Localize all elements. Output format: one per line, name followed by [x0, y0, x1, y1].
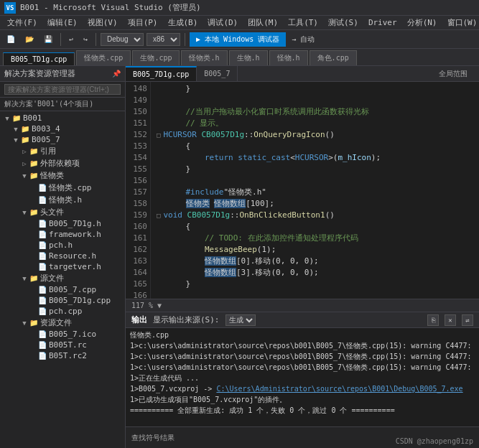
tree-node-16[interactable]: 📄B005_7D1g.cpp — [0, 295, 125, 306]
toolbar-btn-new[interactable]: 📄 — [3, 33, 19, 45]
tree-label-11: pch.h — [49, 241, 73, 250]
tree-node-10[interactable]: 📄framework.h — [0, 229, 125, 240]
code-line-12: { — [157, 221, 473, 233]
code-line-5: { — [157, 141, 473, 152]
menu-item-N[interactable]: 分析(N) — [403, 17, 442, 29]
code-text-12: { — [167, 221, 190, 233]
output-line-7: ========== 全部重新生成: 成功 1 个，失败 0 个，跳过 0 个 … — [130, 405, 475, 416]
tree-label-0: B001 — [23, 113, 42, 123]
menu-item-E[interactable]: 编辑(E) — [43, 17, 82, 29]
line-num-7: 155 — [129, 164, 147, 175]
tree-icon-16: 📄 — [37, 297, 47, 304]
file-tab-2[interactable]: 生物.cpp — [132, 50, 180, 65]
menu-item-V[interactable]: 视图(V) — [83, 17, 122, 29]
tree-node-20[interactable]: 📄B005T.rc — [0, 340, 125, 350]
code-tab-1[interactable]: B005_7 — [197, 66, 238, 82]
code-tab-bar: B005_7D1g.cppB005_7全局范围 — [126, 66, 479, 82]
tree-node-17[interactable]: 📄pch.cpp — [0, 306, 125, 317]
zoom-level[interactable]: 117 % ▼ — [131, 302, 162, 309]
tree-node-4[interactable]: ▷📁外部依赖项 — [0, 157, 125, 169]
output-source-select[interactable]: 生成 — [225, 314, 256, 326]
fold-icon-4[interactable]: □ — [157, 129, 160, 141]
output-clear-btn[interactable]: ✕ — [445, 314, 456, 326]
tree-node-0[interactable]: ▼📁B001 — [0, 113, 125, 123]
toolbar: 📄 📂 💾 ↩ ↪ Debug x86 ▶ 本地 Windows 调试器 → 自… — [0, 30, 479, 49]
line-num-1: 149 — [129, 95, 147, 106]
toolbar-btn-save[interactable]: 💾 — [40, 33, 56, 45]
tree-node-18[interactable]: ▼📁资源文件 — [0, 317, 125, 329]
file-tab-0[interactable]: B005_TD1g.cpp — [3, 52, 75, 65]
code-line-11: □void CB0057D1g::OnBnClickedButton1() — [157, 210, 473, 221]
tree-icon-12: 📄 — [37, 252, 47, 260]
tree-label-10: framework.h — [49, 230, 101, 239]
line-num-10: 158 — [129, 198, 147, 210]
tree-label-14: 源文件 — [40, 273, 64, 284]
code-line-17: } — [157, 279, 473, 290]
code-line-18 — [157, 290, 473, 299]
output-line-0: 怪物类.cpp — [130, 330, 475, 340]
file-tab-6[interactable]: 角色.cpp — [310, 50, 357, 65]
platform-dropdown[interactable]: x86 — [147, 33, 180, 46]
run-button[interactable]: ▶ 本地 Windows 调试器 — [190, 32, 286, 47]
se-pin-icon[interactable]: 📌 — [112, 70, 121, 78]
tree-node-6[interactable]: 📄怪物类.cpp — [0, 182, 125, 194]
tree-node-1[interactable]: ▼📁B003_4 — [0, 123, 125, 134]
menu-item-Driver[interactable]: Driver — [364, 17, 401, 28]
menu-item-S[interactable]: 测试(S) — [324, 17, 363, 29]
output-link-5[interactable]: C:\Users\Administrator\source\repos\B001… — [216, 385, 462, 393]
menu-item-M[interactable]: 团队(M) — [243, 17, 282, 29]
se-search-input[interactable] — [4, 84, 121, 95]
toolbar-btn-open[interactable]: 📂 — [22, 33, 37, 45]
file-tab-3[interactable]: 怪物类.h — [181, 50, 227, 65]
code-text-6: return static_cast<HCURSOR>(m_hIcon); — [167, 152, 381, 164]
menu-item-W[interactable]: 窗口(W) — [443, 17, 480, 29]
tree-icon-4: 📁 — [29, 159, 39, 167]
config-dropdown[interactable]: Debug — [101, 33, 144, 46]
tree-icon-1: 📁 — [20, 125, 30, 133]
code-tab-0[interactable]: B005_7D1g.cpp — [126, 66, 197, 82]
tree-node-12[interactable]: 📄Resource.h — [0, 251, 125, 261]
toolbar-btn-redo[interactable]: ↪ — [80, 33, 91, 45]
output-line-3: 1>c:\users\administrator\source\repos\b0… — [130, 362, 475, 373]
menu-item-T[interactable]: 工具(T) — [284, 17, 322, 29]
tree-node-3[interactable]: ▷📁引用 — [0, 145, 125, 157]
line-num-14: 162 — [129, 244, 147, 256]
tree-arrow-5: ▼ — [20, 172, 29, 179]
tree-label-18: 资源文件 — [40, 317, 72, 328]
menu-item-P[interactable]: 项目(P) — [124, 17, 162, 29]
tree-node-14[interactable]: ▼📁源文件 — [0, 272, 125, 284]
se-solution-label: 解决方案'B001'(4个项目) — [0, 98, 125, 111]
code-text-10: 怪物类 怪物数组[100]; — [167, 198, 274, 210]
menu-item-D[interactable]: 调试(D) — [203, 17, 242, 29]
code-line-0: } — [157, 83, 473, 95]
tree-node-15[interactable]: 📄B005_7.cpp — [0, 284, 125, 295]
file-tab-bar: B005_TD1g.cpp怪物类.cpp生物.cpp怪物类.h生物.h怪物.h角… — [0, 49, 479, 66]
editor-area: B005_7D1g.cppB005_7全局范围 1481491501511521… — [126, 66, 479, 448]
tree-node-7[interactable]: 📄怪物类.h — [0, 194, 125, 206]
app-icon: VS — [4, 2, 16, 14]
file-tab-1[interactable]: 怪物类.cpp — [76, 50, 131, 65]
tree-node-13[interactable]: 📄targetver.h — [0, 261, 125, 272]
tree-node-21[interactable]: 📄B05T.rc2 — [0, 350, 125, 361]
tree-node-5[interactable]: ▼📁怪物类 — [0, 169, 125, 182]
code-content[interactable]: } //当用户拖动最小化窗口时系统调用此函数获得光标 // 显示。□HCURSO… — [151, 82, 479, 299]
fold-icon-11[interactable]: □ — [157, 210, 160, 221]
tree-node-19[interactable]: 📄B005_7.ico — [0, 329, 125, 340]
menu-item-F[interactable]: 文件(F) — [3, 17, 42, 29]
output-copy-btn[interactable]: ⎘ — [427, 314, 439, 326]
file-tab-5[interactable]: 怪物.h — [269, 50, 308, 65]
tree-node-8[interactable]: ▼📁头文件 — [0, 206, 125, 218]
menu-item-B[interactable]: 生成(B) — [164, 17, 203, 29]
scope-label[interactable]: 全局范围 — [439, 69, 473, 79]
tree-node-2[interactable]: ▼📁B005_7 — [0, 134, 125, 145]
output-line-4: 1>正在生成代码 ... — [130, 373, 475, 383]
file-tab-4[interactable]: 生物.h — [229, 50, 268, 65]
toolbar-btn-undo[interactable]: ↩ — [65, 33, 77, 45]
tree-node-11[interactable]: 📄pch.h — [0, 240, 125, 251]
code-text-2: //当用户拖动最小化窗口时系统调用此函数获得光标 — [167, 106, 369, 118]
tree-node-9[interactable]: 📄B005_7D1g.h — [0, 218, 125, 229]
tree-arrow-1: ▼ — [11, 126, 20, 133]
output-wrap-btn[interactable]: ⇌ — [462, 314, 473, 326]
se-tree[interactable]: ▼📁B001▼📁B003_4▼📁B005_7▷📁引用▷📁外部依赖项▼📁怪物类📄怪… — [0, 111, 125, 448]
tree-arrow-18: ▼ — [20, 319, 29, 327]
